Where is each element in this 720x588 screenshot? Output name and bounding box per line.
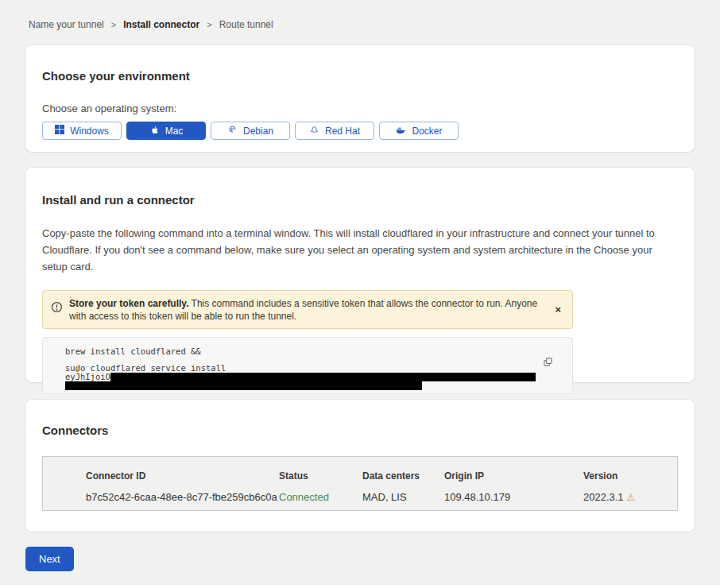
choose-environment-title: Choose your environment [42, 69, 678, 83]
code-line-token: eyJhIjoiO [65, 373, 540, 381]
docker-icon [395, 125, 406, 137]
apple-icon [149, 125, 160, 137]
breadcrumb-step-install-connector[interactable]: Install connector [123, 19, 199, 30]
os-button-docker[interactable]: Docker [379, 122, 459, 140]
os-button-label: Mac [165, 126, 184, 137]
windows-icon [55, 125, 64, 137]
code-line-brew: brew install cloudflared && [65, 347, 540, 356]
close-icon[interactable]: × [552, 303, 564, 316]
breadcrumb-separator: > [207, 20, 211, 29]
copy-icon[interactable] [543, 357, 553, 369]
breadcrumb-step-name-your-tunnel[interactable]: Name your tunnel [29, 19, 104, 30]
os-button-mac[interactable]: Mac [126, 122, 206, 140]
connectors-card: Connectors Connector ID Status Data cent… [25, 400, 695, 532]
breadcrumb-separator: > [111, 20, 116, 29]
shell-prompt: $ [75, 364, 79, 373]
bottom-strip [0, 585, 720, 588]
install-description: Copy-paste the following command into a … [42, 225, 674, 275]
connectors-table-header: Connector ID Status Data centers Origin … [86, 470, 677, 482]
debian-icon [227, 125, 238, 137]
choose-environment-card: Choose your environment Choose an operat… [25, 45, 695, 152]
col-header-connector-id: Connector ID [86, 470, 279, 482]
table-row: b7c52c42-6caa-48ee-8c77-fbe259cb6c0a Con… [86, 491, 677, 503]
operating-system-label: Choose an operating system: [42, 103, 678, 114]
alert-circle-icon [51, 301, 63, 316]
col-header-version: Version [583, 470, 677, 482]
col-header-data-centers: Data centers [362, 470, 444, 482]
code-block: brew install cloudflared && $ sudo cloud… [42, 337, 573, 394]
os-button-label: Windows [70, 126, 109, 137]
os-button-windows[interactable]: Windows [42, 122, 122, 140]
install-connector-card: Install and run a connector Copy-paste t… [25, 168, 695, 382]
connectors-table: Connector ID Status Data centers Origin … [42, 456, 678, 511]
os-button-label: Docker [412, 126, 442, 137]
col-header-origin-ip: Origin IP [444, 470, 583, 482]
os-button-redhat[interactable]: Red Hat [295, 122, 374, 140]
status-badge: Connected [279, 491, 362, 503]
token-warning-banner: Store your token carefully. This command… [42, 290, 573, 329]
os-button-debian[interactable]: Debian [211, 122, 290, 140]
warning-triangle-icon[interactable]: ⚠ [627, 492, 636, 503]
redacted-token-bar [110, 373, 536, 381]
redacted-token-bar [65, 381, 422, 390]
token-prefix: eyJhIjoiO [65, 373, 110, 381]
origin-ip-cell: 109.48.10.179 [444, 491, 583, 503]
connector-id-cell: b7c52c42-6caa-48ee-8c77-fbe259cb6c0a [86, 491, 279, 503]
os-button-group: Windows Mac Debian [42, 122, 678, 140]
version-cell: 2022.3.1 ⚠ [583, 491, 677, 503]
breadcrumb: Name your tunnel > Install connector > R… [0, 0, 720, 30]
token-warning-bold: Store your token carefully. [69, 298, 189, 309]
next-button[interactable]: Next [25, 547, 74, 571]
data-centers-cell: MAD, LIS [362, 491, 444, 503]
connectors-title: Connectors [42, 424, 678, 437]
token-warning-text: Store your token carefully. This command… [69, 296, 545, 323]
os-button-label: Red Hat [325, 126, 360, 137]
redhat-icon [309, 125, 319, 137]
col-header-status: Status [279, 470, 362, 482]
breadcrumb-step-route-tunnel[interactable]: Route tunnel [219, 19, 273, 30]
os-button-label: Debian [243, 126, 273, 137]
version-value: 2022.3.1 [583, 491, 624, 503]
install-connector-title: Install and run a connector [42, 193, 678, 207]
code-line-install: sudo cloudflared service install [65, 364, 540, 373]
